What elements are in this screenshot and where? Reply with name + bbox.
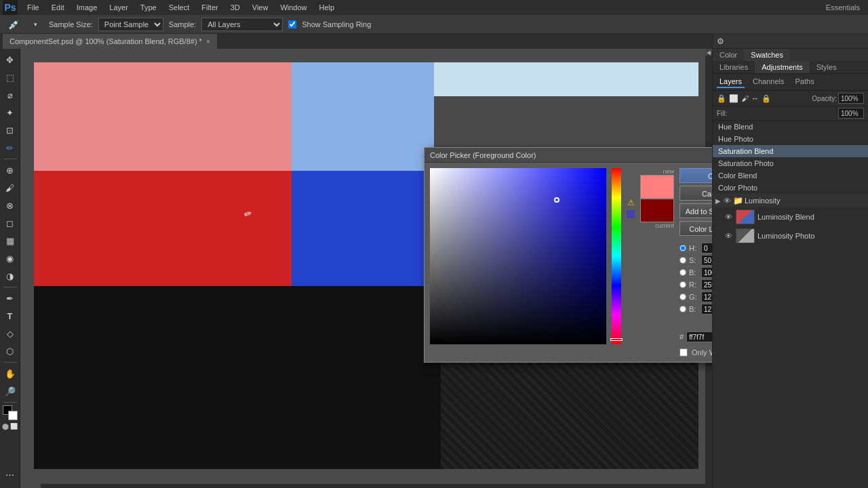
luminosity-photo-layer[interactable]: 👁 Luminosity Photo [713, 226, 868, 245]
horizontal-scrollbar[interactable] [41, 484, 705, 488]
zoom-tool[interactable]: 🔎 [2, 383, 18, 399]
menu-layer[interactable]: Layer [104, 2, 134, 13]
color-libraries-button[interactable]: Color Libraries [679, 221, 712, 236]
menu-edit[interactable]: Edit [46, 2, 70, 13]
g-input[interactable] [701, 291, 712, 302]
b-input[interactable] [701, 267, 712, 278]
b2-input[interactable] [701, 304, 712, 314]
tab-close-button[interactable]: × [206, 38, 210, 45]
hue-blend-item[interactable]: Hue Blend [713, 121, 868, 133]
move-tool[interactable]: ✥ [2, 52, 18, 68]
color-panel-tab-bar: Color Swatches [713, 49, 868, 61]
b2-radio[interactable] [679, 306, 686, 312]
lock-transparent-icon[interactable]: ⬜ [729, 94, 738, 103]
crop-tool[interactable]: ⊡ [2, 122, 18, 138]
hex-input[interactable] [686, 331, 712, 342]
quick-mask-icon[interactable]: ⬤ [2, 423, 9, 430]
lock-position-icon[interactable]: ↔ [751, 94, 759, 102]
swatches-tab[interactable]: Swatches [744, 49, 790, 61]
gradient-tool[interactable]: ▦ [2, 232, 18, 249]
pen-tool[interactable]: ✒ [2, 290, 18, 306]
channels-tab[interactable]: Channels [750, 76, 787, 88]
eyedropper-options-arrow[interactable]: ▾ [27, 16, 43, 33]
eyedropper-tool[interactable]: ✏ [2, 140, 18, 156]
hue-cursor [610, 338, 623, 341]
add-to-swatches-button[interactable]: Add to Swatches [679, 203, 712, 218]
brush-tool[interactable]: 🖌 [2, 180, 18, 196]
collapse-panel-button[interactable]: ◀ [705, 49, 712, 56]
menu-file[interactable]: File [22, 2, 45, 13]
color-gradient-box[interactable] [430, 168, 606, 344]
saturation-blend-item[interactable]: Saturation Blend [713, 145, 868, 157]
hue-photo-item[interactable]: Hue Photo [713, 133, 868, 145]
ok-button[interactable]: OK [679, 168, 712, 183]
path-select-tool[interactable]: ◇ [2, 325, 18, 342]
screen-mode-icon[interactable]: ⬜ [10, 423, 18, 430]
libraries-tab[interactable]: Libraries [713, 61, 755, 73]
opacity-row: Opacity: [812, 93, 864, 104]
menu-window[interactable]: Window [275, 2, 312, 13]
luminosity-blend-layer[interactable]: 👁 Luminosity Blend [713, 207, 868, 226]
sample-select[interactable]: All Layers [201, 18, 283, 31]
current-color-label: current [655, 222, 674, 229]
background-color[interactable] [8, 411, 18, 420]
document-tab[interactable]: ComponentSet.psd @ 100% (Saturation Blen… [3, 34, 218, 49]
sample-size-select[interactable]: Point Sample [98, 18, 163, 31]
menu-type[interactable]: Type [135, 2, 162, 13]
menu-select[interactable]: Select [163, 2, 195, 13]
cancel-button[interactable]: Cancel [679, 186, 712, 201]
secondary-tab-bar: Libraries Adjustments Styles [713, 61, 868, 74]
more-tools[interactable]: ⋯ [2, 466, 18, 483]
panel-settings-icon[interactable]: ⚙ [717, 37, 724, 46]
h-input[interactable] [701, 243, 712, 253]
r-radio[interactable] [679, 281, 686, 288]
eraser-tool[interactable]: ◻ [2, 215, 18, 231]
heal-tool[interactable]: ⊕ [2, 162, 18, 178]
luminosity-blend-eye[interactable]: 👁 [724, 212, 733, 222]
luminosity-photo-eye[interactable]: 👁 [724, 231, 733, 241]
magic-wand-tool[interactable]: ✦ [2, 104, 18, 121]
out-of-gamut-warning[interactable]: ⚠ [627, 198, 635, 207]
g-radio[interactable] [679, 293, 686, 300]
hue-slider[interactable] [612, 168, 621, 344]
lock-image-icon[interactable]: 🖌 [741, 94, 749, 102]
menu-view[interactable]: View [247, 2, 274, 13]
paths-tab[interactable]: Paths [793, 76, 817, 88]
hand-tool[interactable]: ✋ [2, 365, 18, 382]
type-tool[interactable]: T [2, 308, 18, 324]
adjustments-tab[interactable]: Adjustments [755, 61, 810, 73]
canvas-area[interactable]: ◀ ✏ 100% 📐 Doc: 5.93M/24.2M ◀ ▶ [20, 49, 712, 488]
color-blend-item[interactable]: Color Blend [713, 169, 868, 182]
lock-all-icon[interactable]: 🔒 [762, 94, 771, 103]
color-photo-item[interactable]: Color Photo [713, 182, 868, 194]
show-ring-checkbox[interactable] [288, 20, 296, 28]
b-radio[interactable] [679, 269, 686, 276]
only-web-colors-checkbox[interactable] [679, 348, 688, 357]
select-rect-tool[interactable]: ⬚ [2, 69, 18, 85]
menu-3d[interactable]: 3D [225, 2, 245, 13]
blur-tool[interactable]: ◉ [2, 250, 18, 266]
stamp-tool[interactable]: ⊗ [2, 197, 18, 214]
shape-tool[interactable]: ⬡ [2, 343, 18, 359]
dodge-tool[interactable]: ◑ [2, 268, 18, 284]
lasso-tool[interactable]: ⌀ [2, 87, 18, 103]
r-input[interactable] [701, 279, 712, 290]
s-input[interactable] [701, 255, 712, 266]
saturation-photo-item[interactable]: Saturation Photo [713, 157, 868, 169]
fill-input[interactable] [838, 108, 864, 119]
opacity-input[interactable] [838, 93, 864, 104]
gradient-dark [430, 168, 606, 344]
red-row: R: [679, 279, 712, 290]
s-radio[interactable] [679, 257, 686, 264]
layers-tab[interactable]: Layers [717, 76, 745, 88]
foreground-background-colors[interactable] [3, 405, 18, 420]
menu-image[interactable]: Image [71, 2, 103, 13]
web-safe-color-box[interactable] [627, 210, 635, 218]
luminosity-group[interactable]: ▶ 👁 📁 Luminosity [713, 194, 868, 207]
hue-radio[interactable] [679, 245, 686, 251]
group-visibility-eye[interactable]: 👁 [722, 196, 732, 205]
color-tab[interactable]: Color [713, 49, 744, 61]
menu-help[interactable]: Help [314, 2, 340, 13]
menu-filter[interactable]: Filter [196, 2, 223, 13]
styles-tab[interactable]: Styles [810, 61, 844, 73]
